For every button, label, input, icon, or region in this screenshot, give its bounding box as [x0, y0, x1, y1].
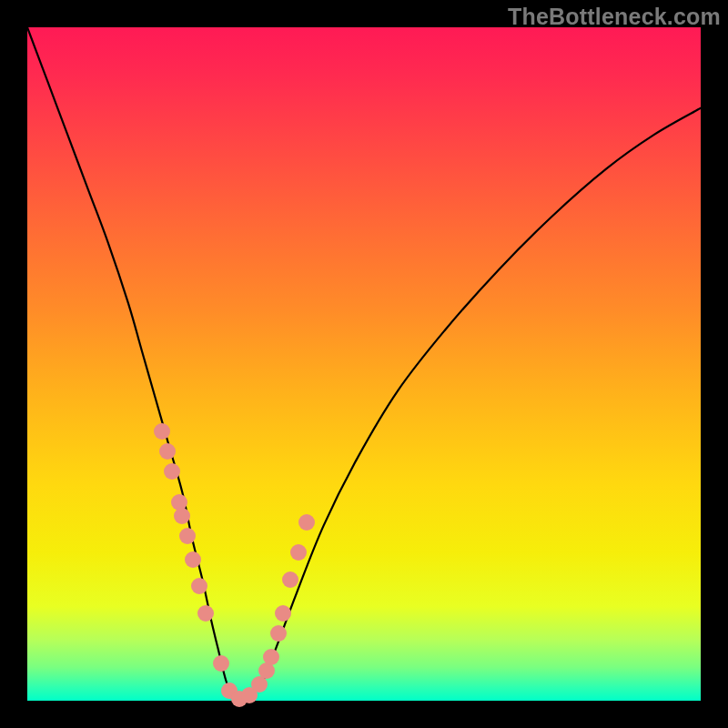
scatter-dot	[154, 423, 170, 440]
scatter-dot	[282, 571, 298, 588]
scatter-dot	[164, 463, 180, 480]
watermark-text: TheBottleneck.com	[508, 4, 721, 30]
scatter-dot	[179, 528, 196, 544]
scatter-dot	[174, 508, 190, 524]
scatter-dot	[275, 605, 291, 622]
scatter-dot	[290, 544, 307, 561]
scatter-dot	[270, 625, 287, 642]
bottleneck-curve	[27, 27, 701, 701]
scatter-dot	[263, 649, 279, 665]
scatter-dot	[213, 655, 229, 672]
chart-frame: TheBottleneck.com	[0, 0, 728, 728]
scatter-dot	[185, 551, 201, 568]
scatter-dot	[298, 514, 315, 531]
scatter-dot	[191, 578, 207, 594]
scatter-dot	[159, 443, 176, 460]
scatter-dot	[197, 605, 214, 622]
plot-area	[27, 27, 701, 701]
